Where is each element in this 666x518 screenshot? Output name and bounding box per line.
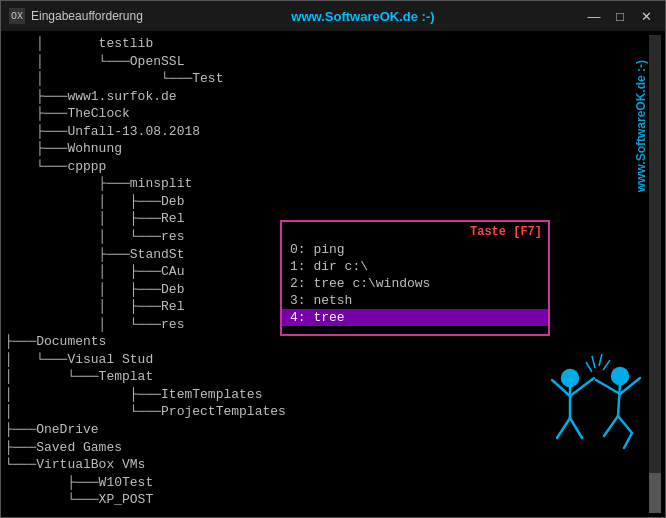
popup-hotkey: Taste [F7] bbox=[470, 225, 542, 239]
svg-line-15 bbox=[603, 360, 610, 370]
svg-point-6 bbox=[612, 368, 628, 384]
app-icon: OX bbox=[9, 8, 25, 24]
svg-line-4 bbox=[557, 418, 570, 438]
svg-line-5 bbox=[570, 418, 582, 438]
popup-item-1[interactable]: 1: dir c:\ bbox=[282, 258, 548, 275]
popup-item-0[interactable]: 0: ping bbox=[282, 241, 548, 258]
title-watermark: www.SoftwareOK.de :-) bbox=[143, 9, 583, 24]
popup-item-2[interactable]: 2: tree c:\windows bbox=[282, 275, 548, 292]
popup-item-3[interactable]: 3: netsh bbox=[282, 292, 548, 309]
svg-line-12 bbox=[624, 433, 632, 448]
svg-line-16 bbox=[586, 362, 592, 372]
svg-point-0 bbox=[562, 370, 578, 386]
minimize-button[interactable]: — bbox=[583, 5, 605, 27]
close-button[interactable]: ✕ bbox=[635, 5, 657, 27]
scrollbar-thumb[interactable] bbox=[649, 473, 661, 513]
popup-items[interactable]: 0: ping1: dir c:\2: tree c:\windows3: ne… bbox=[282, 241, 548, 334]
maximize-button[interactable]: □ bbox=[609, 5, 631, 27]
autocomplete-popup: Taste [F7] 0: ping1: dir c:\2: tree c:\w… bbox=[280, 220, 550, 336]
popup-item-4[interactable]: 4: tree bbox=[282, 309, 548, 326]
title-bar-left: OX Eingabeaufforderung bbox=[9, 8, 143, 24]
svg-line-14 bbox=[599, 354, 602, 366]
svg-line-7 bbox=[618, 384, 620, 416]
side-watermark: www.SoftwareOK.de :-) bbox=[634, 60, 648, 192]
popup-header: Taste [F7] bbox=[282, 222, 548, 241]
title-bar: OX Eingabeaufforderung www.SoftwareOK.de… bbox=[1, 1, 665, 31]
svg-line-10 bbox=[604, 416, 618, 436]
svg-line-13 bbox=[592, 356, 595, 368]
window-controls: — □ ✕ bbox=[583, 5, 657, 27]
svg-line-11 bbox=[618, 416, 632, 433]
stick-figures-decoration bbox=[542, 348, 652, 478]
window-title: Eingabeaufforderung bbox=[31, 9, 143, 23]
